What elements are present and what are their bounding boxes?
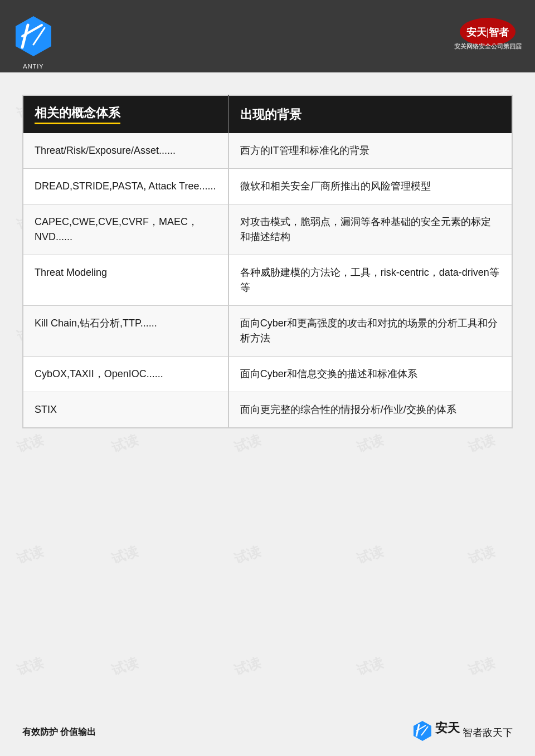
- table-cell-right: 面向更完整的综合性的情报分析/作业/交换的体系: [228, 392, 512, 428]
- svg-marker-0: [16, 16, 51, 56]
- footer-logo: 安天 智者敌天下: [410, 720, 513, 745]
- table-cell-left: DREAD,STRIDE,PASTA, Attack Tree......: [23, 169, 228, 204]
- main-content: 相关的概念体系 出现的背景 Threat/Risk/Exposure/Asset…: [0, 72, 535, 440]
- col2-header: 出现的背景: [228, 95, 512, 133]
- table-cell-left: Threat Modeling: [23, 255, 228, 306]
- table-row: CybOX,TAXII，OpenIOC......面向Cyber和信息交换的描述…: [23, 357, 512, 392]
- table-row: Threat Modeling各种威胁建模的方法论，工具，risk-centri…: [23, 255, 512, 306]
- logo-area: ANTIY: [11, 14, 56, 58]
- footer-slogan: 智者敌天下: [463, 726, 513, 739]
- table-cell-right: 西方的IT管理和标准化的背景: [228, 133, 512, 169]
- table-row: Threat/Risk/Exposure/Asset......西方的IT管理和…: [23, 133, 512, 169]
- brand-name: 安天|智者 安关网络安全公司第四届: [451, 15, 524, 57]
- svg-text:安天|智者: 安天|智者: [466, 26, 509, 38]
- table-cell-left: CAPEC,CWE,CVE,CVRF，MAEC，NVD......: [23, 204, 228, 255]
- table-cell-right: 对攻击模式，脆弱点，漏洞等各种基础的安全元素的标定和描述结构: [228, 204, 512, 255]
- table-cell-right: 面向Cyber和更高强度的攻击和对抗的场景的分析工具和分析方法: [228, 306, 512, 357]
- table-row: Kill Chain,钻石分析,TTP......面向Cyber和更高强度的攻击…: [23, 306, 512, 357]
- logo-hexagon: ANTIY: [11, 14, 56, 58]
- table-row: STIX面向更完整的综合性的情报分析/作业/交换的体系: [23, 392, 512, 428]
- data-table: 相关的概念体系 出现的背景 Threat/Risk/Exposure/Asset…: [22, 95, 513, 428]
- table-cell-left: Threat/Risk/Exposure/Asset......: [23, 133, 228, 169]
- table-row: DREAD,STRIDE,PASTA, Attack Tree......微软和…: [23, 169, 512, 204]
- table-row: CAPEC,CWE,CVE,CVRF，MAEC，NVD......对攻击模式，脆…: [23, 204, 512, 255]
- svg-marker-7: [414, 721, 431, 741]
- svg-text:安天: 安天: [434, 721, 460, 735]
- table-cell-left: CybOX,TAXII，OpenIOC......: [23, 357, 228, 392]
- table-cell-right: 微软和相关安全厂商所推出的风险管理模型: [228, 169, 512, 204]
- table-cell-left: Kill Chain,钻石分析,TTP......: [23, 306, 228, 357]
- header: ANTIY 安天|智者 安关网络安全公司第四届: [0, 0, 535, 72]
- footer-right: 安天 智者敌天下: [410, 720, 513, 745]
- table-cell-right: 面向Cyber和信息交换的描述和标准体系: [228, 357, 512, 392]
- table-cell-right: 各种威胁建模的方法论，工具，risk-centric，data-driven等等: [228, 255, 512, 306]
- table-cell-left: STIX: [23, 392, 228, 428]
- svg-text:安关网络安全公司第四届: 安关网络安全公司第四届: [454, 43, 522, 50]
- col1-header: 相关的概念体系: [23, 95, 228, 133]
- header-right-brand: 安天|智者 安关网络安全公司第四届: [451, 15, 524, 57]
- footer-left-text: 有效防护 价值输出: [22, 726, 96, 738]
- antiy-label: ANTIY: [11, 63, 56, 70]
- footer: 有效防护 价值输出 安天 智者敌天下: [0, 720, 535, 745]
